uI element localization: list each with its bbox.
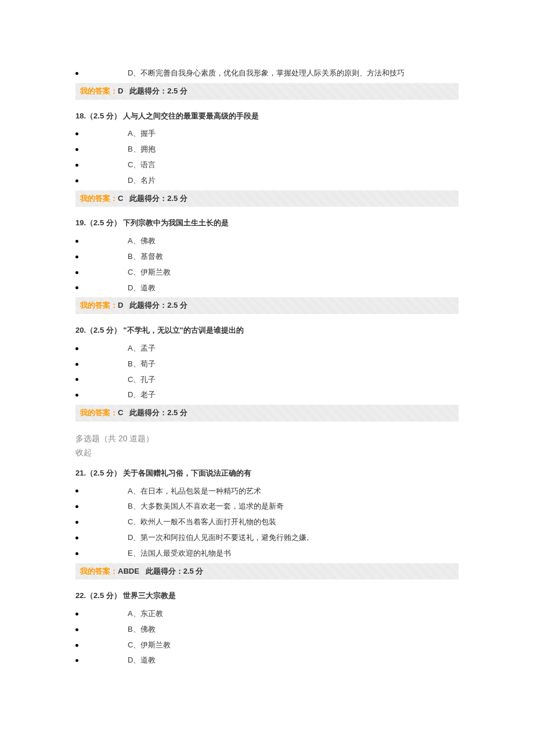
score-text: 此题得分：2.5 分 — [125, 301, 187, 309]
option-row: C、欧州人一般不当着客人面打开礼物的包装 — [75, 516, 459, 528]
section-title: 多选题（共 20 道题） — [75, 432, 459, 445]
question-title: 22.（2.5 分） 世界三大宗教是 — [75, 590, 459, 602]
bullet-icon — [75, 659, 78, 662]
bullet-icon — [75, 286, 78, 289]
option-text: C、孔子 — [128, 374, 156, 386]
question-title: 20.（2.5 分） "不学礼，无以立"的古训是谁提出的 — [75, 325, 459, 337]
option-row: C、伊斯兰教 — [75, 639, 459, 651]
option-text: B、佛教 — [128, 624, 156, 636]
answer-value: D — [118, 87, 123, 95]
bullet-icon — [75, 271, 78, 274]
bullet-icon — [75, 179, 78, 182]
score-text: 此题得分：2.5 分 — [125, 408, 187, 417]
bullet-icon — [75, 552, 78, 555]
option-row: C、语言 — [75, 159, 459, 171]
option-row: A、在日本，礼品包装是一种精巧的艺术 — [75, 485, 459, 498]
bullet-icon — [75, 164, 78, 167]
answer-label: 我的答案： — [80, 408, 118, 417]
option-text: D、老子 — [128, 389, 156, 401]
option-row: A、孟子 — [75, 343, 459, 355]
option-text: A、握手 — [128, 128, 156, 140]
option-text: A、孟子 — [128, 343, 156, 355]
answer-bar: 我的答案：C 此题得分：2.5 分 — [75, 190, 459, 207]
option-text: D、不断完善自我身心素质，优化自我形象，掌握处理人际关系的原则、方法和技巧 — [128, 67, 405, 80]
answer-label: 我的答案： — [80, 87, 118, 95]
option-row: D、道教 — [75, 654, 459, 667]
option-row: D、名片 — [75, 175, 459, 187]
answer-bar: 我的答案：D 此题得分：2.5 分 — [75, 83, 459, 100]
bullet-icon — [75, 363, 78, 366]
option-text: B、荀子 — [128, 358, 156, 370]
option-row: C、孔子 — [75, 374, 459, 386]
bullet-icon — [75, 347, 78, 350]
option-text: E、法国人最受欢迎的礼物是书 — [128, 548, 231, 560]
question-title: 21.（2.5 分） 关于各国赠礼习俗，下面说法正确的有 — [75, 467, 459, 480]
score-text: 此题得分：2.5 分 — [125, 194, 187, 203]
bullet-icon — [75, 240, 78, 243]
bullet-icon — [75, 72, 78, 75]
option-row: D、道教 — [75, 282, 459, 294]
bullet-icon — [75, 489, 78, 492]
answer-value: C — [118, 194, 123, 203]
option-text: D、第一次和阿拉伯人见面时不要送礼，避免行贿之嫌, — [128, 532, 309, 544]
answer-label: 我的答案： — [80, 567, 118, 575]
option-row: B、基督教 — [75, 251, 459, 263]
bullet-icon — [75, 255, 78, 258]
answer-value: C — [118, 408, 123, 417]
bullet-icon — [75, 537, 78, 539]
bullet-icon — [75, 394, 78, 397]
option-text: B、基督教 — [128, 251, 163, 263]
bullet-icon — [75, 613, 78, 615]
question-title: 18.（2.5 分） 人与人之间交往的最重要最高级的手段是 — [75, 110, 459, 123]
option-row: A、握手 — [75, 128, 459, 140]
option-row: A、东正教 — [75, 608, 459, 620]
option-row: B、佛教 — [75, 624, 459, 636]
option-text: A、在日本，礼品包装是一种精巧的艺术 — [128, 485, 261, 498]
option-text: D、道教 — [128, 282, 156, 294]
bullet-icon — [75, 644, 78, 647]
option-text: D、名片 — [128, 175, 156, 187]
answer-bar: 我的答案：ABDE 此题得分：2.5 分 — [75, 563, 459, 580]
bullet-icon — [75, 521, 78, 524]
option-text: C、语言 — [128, 159, 156, 171]
option-text: A、东正教 — [128, 608, 163, 620]
bullet-icon — [75, 378, 78, 381]
score-text: 此题得分：2.5 分 — [141, 567, 203, 575]
answer-bar: 我的答案：D 此题得分：2.5 分 — [75, 297, 459, 314]
answer-bar: 我的答案：C 此题得分：2.5 分 — [75, 405, 459, 422]
option-row: D、老子 — [75, 389, 459, 401]
option-row: B、荀子 — [75, 358, 459, 370]
option-text: C、伊斯兰教 — [128, 639, 171, 651]
answer-label: 我的答案： — [80, 301, 118, 309]
option-text: B、大多数美国人不喜欢老一套，追求的是新奇 — [128, 501, 284, 513]
option-text: B、拥抱 — [128, 143, 156, 156]
option-row: D、第一次和阿拉伯人见面时不要送礼，避免行贿之嫌, — [75, 532, 459, 544]
answer-label: 我的答案： — [80, 194, 118, 203]
option-row: D、不断完善自我身心素质，优化自我形象，掌握处理人际关系的原则、方法和技巧 — [75, 67, 459, 80]
option-row: E、法国人最受欢迎的礼物是书 — [75, 548, 459, 560]
option-row: A、佛教 — [75, 235, 459, 247]
bullet-icon — [75, 505, 78, 508]
option-row: B、拥抱 — [75, 143, 459, 156]
bullet-icon — [75, 628, 78, 631]
option-row: C、伊斯兰教 — [75, 267, 459, 279]
answer-value: ABDE — [118, 567, 139, 575]
option-row: B、大多数美国人不喜欢老一套，追求的是新奇 — [75, 501, 459, 513]
option-text: C、伊斯兰教 — [128, 267, 171, 279]
score-text: 此题得分：2.5 分 — [125, 87, 187, 95]
bullet-icon — [75, 132, 78, 135]
option-text: D、道教 — [128, 654, 156, 667]
option-text: A、佛教 — [128, 235, 156, 247]
bullet-icon — [75, 148, 78, 151]
option-text: C、欧州人一般不当着客人面打开礼物的包装 — [128, 516, 276, 528]
answer-value: D — [118, 301, 123, 309]
question-title: 19.（2.5 分） 下列宗教中为我国土生土长的是 — [75, 217, 459, 229]
collapse-toggle[interactable]: 收起 — [75, 446, 459, 459]
